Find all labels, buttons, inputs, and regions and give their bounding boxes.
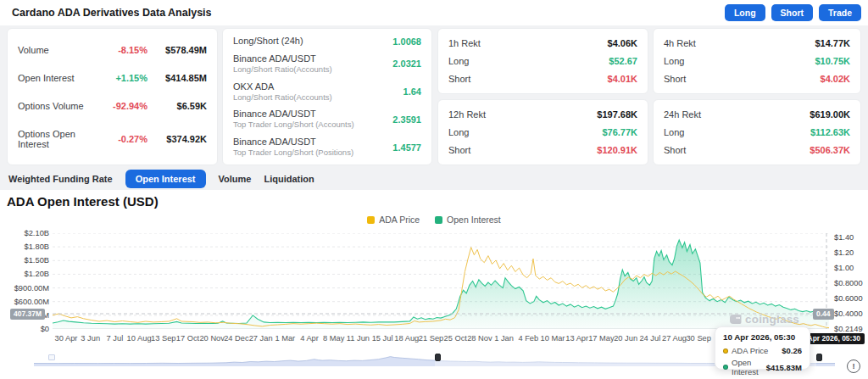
x-axis-label: 24 Dec <box>224 334 248 343</box>
chart-title: ADA Open Interest (USD) <box>7 194 159 209</box>
tooltip-series-value: $0.26 <box>782 346 802 355</box>
x-axis-label: 27 Aug <box>662 334 687 343</box>
rekt-long-value: $112.63K <box>791 127 850 137</box>
ratio-label: Binance ADA/USDTTop Trader Long/Short (P… <box>233 137 392 158</box>
ratio-value: 1.4577 <box>392 142 421 153</box>
x-axis-label: 20 Nov <box>199 334 224 343</box>
rekt-short-label: Short <box>448 145 578 155</box>
y-axis-left-label: $600.00M <box>0 298 49 306</box>
rekt-long-label: Long <box>448 127 578 137</box>
tooltip-date: 10 Apr 2026, 05:30 <box>723 332 802 342</box>
rekt-short-value: $120.91K <box>578 145 637 155</box>
legend-label: ADA Price <box>379 215 420 225</box>
navigator-handle-right[interactable] <box>816 354 822 361</box>
chart-tabs: Weighted Funding RateOpen InterestVolume… <box>8 168 314 189</box>
ratio-label: Binance ADA/USDTTop Trader Long/Short (A… <box>233 109 392 130</box>
ratio-label-main: Binance ADA/USDT <box>233 137 392 148</box>
navigator-handle-left[interactable] <box>435 354 441 361</box>
stat-value: $374.92K <box>147 134 207 144</box>
tooltip-series-dot <box>723 348 728 354</box>
short-button[interactable]: Short <box>771 4 813 21</box>
watermark-text: coinglass <box>745 313 799 326</box>
stat-change-pct: -0.27% <box>98 134 147 144</box>
y-axis-left-label: $900.00M <box>0 285 49 293</box>
x-axis-label: 18 Aug <box>394 334 419 343</box>
legend-swatch <box>367 216 375 224</box>
x-axis-label: 27 Jan <box>249 334 273 343</box>
right-axis-crosshair-badge: 0.44 <box>813 309 834 320</box>
long-short-ratio-card: Long/Short (24h)1.0068Binance ADA/USDTLo… <box>222 28 432 165</box>
tab-weighted-funding-rate[interactable]: Weighted Funding Rate <box>8 170 113 188</box>
x-axis-label: 20 Jun <box>614 334 637 343</box>
rekt-total-value: $14.77K <box>791 38 850 48</box>
rekt-title: 12h Rekt <box>448 109 578 120</box>
ratio-label: Binance ADA/USDTLong/Short Ratio(Account… <box>233 53 392 75</box>
rekt-total-value: $197.68K <box>578 109 637 120</box>
ratio-label-main: Binance ADA/USDT <box>233 109 392 120</box>
x-axis-label: 28 Nov <box>467 334 492 343</box>
rekt-long-label: Long <box>448 56 578 66</box>
rekt-short-row: Short$4.01K <box>448 73 637 85</box>
legend-item-ada-price[interactable]: ADA Price <box>367 215 420 225</box>
stat-label: Volume <box>18 45 98 55</box>
y-axis-left-label: $0 <box>0 326 49 333</box>
rekt-short-label: Short <box>448 74 578 84</box>
x-axis-label: 15 Jul <box>372 334 393 343</box>
ratio-label: Long/Short (24h) <box>233 36 392 47</box>
x-axis-label: 4 Apr <box>300 334 319 343</box>
legend-item-open-interest[interactable]: Open Interest <box>435 215 501 225</box>
info-icon[interactable]: ! <box>847 359 860 373</box>
x-axis-label: 17 May <box>588 334 615 343</box>
tab-volume[interactable]: Volume <box>219 170 252 188</box>
header-buttons: LongShortTrade <box>725 4 861 21</box>
ratio-row: Binance ADA/USDTTop Trader Long/Short (A… <box>233 109 421 130</box>
main-chart-plot[interactable] <box>53 233 829 329</box>
x-axis-label: 10 Aug <box>127 334 152 343</box>
ratio-value: 1.0068 <box>392 36 421 47</box>
long-button[interactable]: Long <box>725 4 765 21</box>
rekt-total-row: 1h Rekt$4.06K <box>448 37 637 49</box>
rekt-total-value: $4.06K <box>578 38 637 48</box>
y-axis-left-label: $2.10B <box>0 230 49 237</box>
tooltip-series-label: ADA Price <box>732 346 778 355</box>
rekt-long-label: Long <box>664 56 791 66</box>
tooltip-series-label: Open Interest <box>732 358 763 376</box>
rekt-total-value: $619.00K <box>791 109 850 120</box>
y-axis-right-label: $0.2149 <box>834 326 868 333</box>
coinglass-watermark: coinglass <box>729 313 799 326</box>
ratio-label-main: OKX ADA <box>233 81 403 92</box>
ratio-row: OKX ADALong/Short Ratio(Accounts)1.64 <box>233 81 421 103</box>
rekt-title: 4h Rekt <box>664 38 791 48</box>
x-axis-label: 4 Feb <box>518 334 538 343</box>
y-axis-left-label: $1.80B <box>0 243 49 251</box>
x-axis-label: 7 Jul <box>107 334 124 343</box>
x-axis-label: 3 Jun <box>81 334 100 343</box>
rekt-long-row: Long$10.75K <box>664 55 850 67</box>
x-axis-label: 25 Oct <box>443 334 466 343</box>
ratio-row: Long/Short (24h)1.0068 <box>233 36 421 47</box>
navigator-start-notch[interactable] <box>48 354 55 360</box>
rekt-card-1h: 1h Rekt$4.06KLong$52.67Short$4.01K <box>437 28 648 94</box>
ratio-label-main: Binance ADA/USDT <box>233 53 392 64</box>
tab-open-interest[interactable]: Open Interest <box>125 170 206 188</box>
x-axis-label: 11 Jun <box>347 334 370 343</box>
volume-stats-card: Volume-8.15%$578.49MOpen Interest+1.15%$… <box>7 28 218 165</box>
y-axis-right-label: $1.20 <box>834 249 868 257</box>
ratio-value: 1.64 <box>403 86 421 97</box>
rekt-long-row: Long$112.63K <box>664 126 850 138</box>
rekt-long-value: $76.77K <box>578 127 637 137</box>
rekt-short-label: Short <box>664 74 791 84</box>
y-axis-left-label: $1.50B <box>0 257 49 265</box>
trade-button[interactable]: Trade <box>819 4 861 21</box>
ratio-label-main: Long/Short (24h) <box>233 36 392 47</box>
tab-liquidation[interactable]: Liquidation <box>264 170 314 188</box>
rekt-title: 24h Rekt <box>664 109 791 120</box>
tooltip-series-value: $415.83M <box>766 363 802 372</box>
x-axis-label: 8 May <box>323 334 344 343</box>
stat-value: $578.49M <box>147 45 207 55</box>
rekt-short-value: $506.37K <box>791 145 850 155</box>
x-axis-label: 1 Jan <box>494 334 514 343</box>
y-axis-right-label: $0.6000 <box>834 295 868 303</box>
x-axis-label: 13 Apr <box>565 334 588 343</box>
rekt-total-row: 24h Rekt$619.00K <box>664 109 850 120</box>
